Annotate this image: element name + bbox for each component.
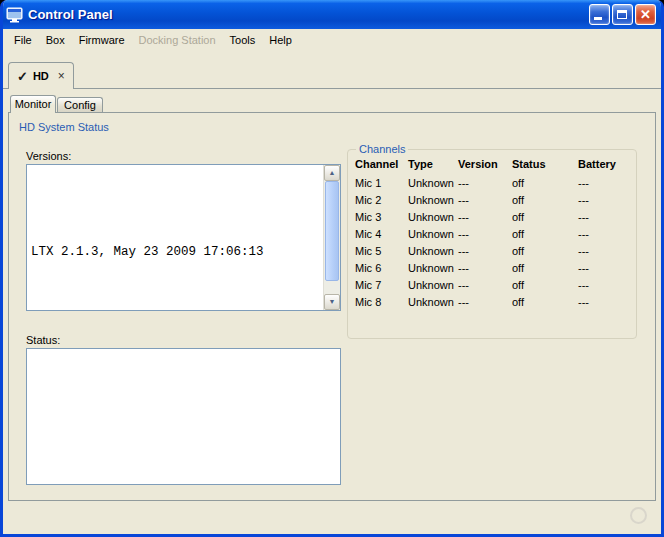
cell-status: off bbox=[509, 293, 575, 310]
titlebar: Control Panel ✕ bbox=[0, 0, 664, 29]
cell-channel: Mic 8 bbox=[352, 293, 405, 310]
table-header-row: Channel Type Version Status Battery bbox=[352, 155, 632, 174]
channels-group: Channels Channel Type Version Status Bat… bbox=[347, 143, 637, 339]
table-row: Mic 2 Unknown --- off --- bbox=[352, 191, 632, 208]
status-label: Status: bbox=[26, 334, 60, 346]
device-tabstrip: ✓ HD × bbox=[3, 50, 661, 89]
scrollbar-thumb[interactable] bbox=[325, 181, 339, 281]
device-tab-close-icon[interactable]: × bbox=[58, 69, 65, 83]
cell-battery: --- bbox=[575, 191, 632, 208]
column-header: Status bbox=[509, 155, 575, 174]
monitor-panel: HD System Status Versions: LTX 2.1.3, Ma… bbox=[8, 112, 656, 501]
cell-version: --- bbox=[455, 191, 509, 208]
column-header: Type bbox=[405, 155, 455, 174]
cell-channel: Mic 5 bbox=[352, 242, 405, 259]
cell-channel: Mic 1 bbox=[352, 174, 405, 191]
column-header: Version bbox=[455, 155, 509, 174]
cell-type: Unknown bbox=[405, 242, 455, 259]
menu-box[interactable]: Box bbox=[39, 31, 72, 49]
cell-battery: --- bbox=[575, 259, 632, 276]
channels-group-title: Channels bbox=[356, 143, 408, 155]
channels-table-body: Mic 1 Unknown --- off --- Mic 2 Unknown … bbox=[352, 174, 632, 310]
table-row: Mic 3 Unknown --- off --- bbox=[352, 208, 632, 225]
app-icon bbox=[6, 7, 24, 23]
cell-type: Unknown bbox=[405, 174, 455, 191]
menu-tools[interactable]: Tools bbox=[223, 31, 263, 49]
menu-help[interactable]: Help bbox=[262, 31, 299, 49]
cell-battery: --- bbox=[575, 242, 632, 259]
cell-type: Unknown bbox=[405, 225, 455, 242]
column-header: Battery bbox=[575, 155, 632, 174]
status-led-circle bbox=[630, 507, 647, 524]
cell-type: Unknown bbox=[405, 208, 455, 225]
cell-version: --- bbox=[455, 276, 509, 293]
column-header: Channel bbox=[352, 155, 405, 174]
scroll-down-button[interactable]: ▼ bbox=[324, 294, 340, 310]
tab-monitor[interactable]: Monitor bbox=[10, 95, 56, 113]
window-title: Control Panel bbox=[28, 7, 589, 22]
cell-status: off bbox=[509, 174, 575, 191]
cell-battery: --- bbox=[575, 174, 632, 191]
cell-type: Unknown bbox=[405, 293, 455, 310]
versions-box[interactable]: LTX 2.1.3, May 23 2009 17:06:13 AVR 2.0.… bbox=[26, 164, 341, 311]
cell-status: off bbox=[509, 208, 575, 225]
check-icon: ✓ bbox=[17, 69, 28, 84]
cell-status: off bbox=[509, 242, 575, 259]
cell-channel: Mic 7 bbox=[352, 276, 405, 293]
versions-text: LTX 2.1.3, May 23 2009 17:06:13 AVR 2.0.… bbox=[27, 165, 323, 310]
page-title: HD System Status bbox=[19, 121, 109, 133]
table-row: Mic 4 Unknown --- off --- bbox=[352, 225, 632, 242]
cell-version: --- bbox=[455, 208, 509, 225]
cell-battery: --- bbox=[575, 208, 632, 225]
menubar: File Box Firmware Docking Station Tools … bbox=[3, 29, 661, 50]
table-row: Mic 6 Unknown --- off --- bbox=[352, 259, 632, 276]
channels-table: Channel Type Version Status Battery Mic … bbox=[352, 155, 632, 310]
cell-type: Unknown bbox=[405, 259, 455, 276]
cell-version: --- bbox=[455, 293, 509, 310]
close-button[interactable]: ✕ bbox=[635, 4, 656, 25]
cell-version: --- bbox=[455, 242, 509, 259]
menu-file[interactable]: File bbox=[7, 31, 39, 49]
cell-channel: Mic 3 bbox=[352, 208, 405, 225]
version-line: LTX 2.1.3, May 23 2009 17:06:13 bbox=[31, 243, 319, 262]
menu-firmware[interactable]: Firmware bbox=[72, 31, 132, 49]
cell-version: --- bbox=[455, 225, 509, 242]
close-icon: ✕ bbox=[636, 5, 655, 24]
table-row: Mic 7 Unknown --- off --- bbox=[352, 276, 632, 293]
table-row: Mic 1 Unknown --- off --- bbox=[352, 174, 632, 191]
menu-docking-station: Docking Station bbox=[132, 31, 223, 49]
control-panel-window: Control Panel ✕ File Box Firmware Dockin… bbox=[0, 0, 664, 537]
cell-battery: --- bbox=[575, 293, 632, 310]
versions-label: Versions: bbox=[26, 150, 71, 162]
cell-status: off bbox=[509, 191, 575, 208]
cell-battery: --- bbox=[575, 276, 632, 293]
cell-battery: --- bbox=[575, 225, 632, 242]
cell-status: off bbox=[509, 225, 575, 242]
cell-channel: Mic 4 bbox=[352, 225, 405, 242]
device-tab-hd[interactable]: ✓ HD × bbox=[8, 62, 74, 89]
tab-config[interactable]: Config bbox=[57, 97, 103, 112]
minimize-icon bbox=[594, 17, 602, 20]
maximize-icon bbox=[617, 10, 627, 19]
device-tab-label: HD bbox=[33, 70, 49, 82]
titlebar-buttons: ✕ bbox=[589, 4, 656, 25]
cell-type: Unknown bbox=[405, 191, 455, 208]
versions-scrollbar[interactable]: ▲ ▼ bbox=[323, 165, 340, 310]
cell-version: --- bbox=[455, 259, 509, 276]
cell-type: Unknown bbox=[405, 276, 455, 293]
minimize-button[interactable] bbox=[589, 4, 610, 25]
scroll-up-button[interactable]: ▲ bbox=[324, 165, 340, 181]
status-box[interactable] bbox=[26, 348, 341, 485]
table-row: Mic 8 Unknown --- off --- bbox=[352, 293, 632, 310]
maximize-button[interactable] bbox=[612, 4, 633, 25]
cell-channel: Mic 2 bbox=[352, 191, 405, 208]
cell-status: off bbox=[509, 259, 575, 276]
cell-status: off bbox=[509, 276, 575, 293]
cell-version: --- bbox=[455, 174, 509, 191]
table-row: Mic 5 Unknown --- off --- bbox=[352, 242, 632, 259]
cell-channel: Mic 6 bbox=[352, 259, 405, 276]
